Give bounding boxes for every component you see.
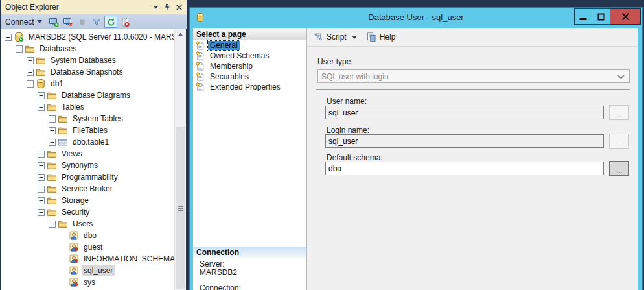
help-button[interactable]: Help: [366, 32, 396, 42]
connect-button[interactable]: Connect: [5, 18, 42, 27]
tree-item[interactable]: Database Diagrams: [1, 90, 186, 101]
collapse-icon[interactable]: [16, 45, 23, 53]
tree-item-label: Security: [60, 207, 91, 217]
user-icon: [69, 230, 79, 241]
tree-item[interactable]: Users: [1, 218, 186, 230]
script-error-button[interactable]: [119, 16, 132, 28]
tree-item[interactable]: Service Broker: [1, 183, 186, 195]
tree-item[interactable]: System Tables: [1, 113, 186, 125]
collapse-icon[interactable]: [27, 80, 34, 88]
section-divider: [316, 89, 630, 90]
default-schema-label: Default schema:: [327, 153, 383, 162]
minimize-button[interactable]: [574, 8, 592, 25]
tree-item[interactable]: guest: [1, 241, 186, 253]
dialog-titlebar[interactable]: Database User - sql_user: [190, 8, 642, 28]
expand-icon[interactable]: [49, 127, 56, 134]
browse-user-name-button[interactable]: ...: [609, 105, 629, 120]
vertical-scrollbar[interactable]: [174, 29, 186, 290]
tree-item[interactable]: dbo: [1, 230, 186, 241]
page-icon: [196, 62, 205, 71]
tree-item[interactable]: Views: [1, 148, 186, 160]
tree-item[interactable]: Security: [1, 206, 186, 218]
expand-icon[interactable]: [38, 92, 45, 99]
script-button[interactable]: Script: [313, 32, 347, 42]
user-name-input[interactable]: [325, 106, 604, 119]
caption-buttons: [574, 8, 641, 25]
collapse-icon[interactable]: [5, 34, 12, 41]
tree-item[interactable]: Databases: [1, 43, 186, 54]
folder-icon: [47, 160, 57, 171]
tree-item[interactable]: Programmability: [1, 171, 186, 183]
page-item-owned-schemas[interactable]: Owned Schemas: [193, 51, 306, 61]
tree-item[interactable]: INFORMATION_SCHEMA: [1, 253, 186, 265]
connect-server-button[interactable]: [47, 16, 60, 28]
user-type-select[interactable]: SQL user with login: [317, 69, 630, 83]
scrollbar-thumb[interactable]: [176, 127, 185, 289]
expand-icon[interactable]: [38, 186, 45, 193]
expand-icon[interactable]: [38, 151, 45, 158]
page-item-securables[interactable]: Securables: [193, 71, 306, 82]
filter-button[interactable]: [90, 16, 103, 28]
refresh-button[interactable]: [104, 16, 117, 28]
app-background: Object Explorer Connect: [0, 0, 644, 290]
page-item-label: Owned Schemas: [208, 51, 271, 60]
pin-icon[interactable]: [162, 2, 172, 12]
browse-default-schema-button[interactable]: ...: [609, 161, 629, 176]
folder-icon: [47, 90, 57, 101]
default-schema-input[interactable]: [325, 162, 604, 175]
tree-item[interactable]: MARSDB2 (SQL Server 11.0.6020 - MARSD: [1, 31, 186, 43]
general-page-content: Script Help: [306, 28, 638, 290]
tree-item[interactable]: sys: [1, 276, 186, 288]
login-name-input[interactable]: [325, 134, 604, 148]
expand-icon[interactable]: [38, 174, 45, 181]
script-icon: [313, 32, 323, 42]
maximize-button[interactable]: [592, 8, 610, 25]
browse-login-name-button[interactable]: ...: [609, 134, 629, 149]
page-list: GeneralOwned SchemasMembershipSecurables…: [193, 40, 306, 92]
page-item-membership[interactable]: Membership: [193, 61, 306, 71]
close-button[interactable]: [610, 8, 641, 25]
expand-icon[interactable]: [38, 162, 45, 169]
tree-item-label: guest: [82, 242, 104, 252]
tree-item[interactable]: Database Snapshots: [1, 66, 186, 78]
object-explorer-panel: Object Explorer Connect: [0, 0, 187, 290]
tree-item[interactable]: Synonyms: [1, 160, 186, 171]
tree-item-label: db1: [49, 79, 65, 89]
panel-title: Object Explorer: [5, 3, 149, 12]
stop-button[interactable]: [76, 16, 89, 28]
tree-item[interactable]: System Databases: [1, 54, 186, 66]
tree-item-label: MARSDB2 (SQL Server 11.0.6020 - MARSD: [27, 32, 184, 42]
tree-item[interactable]: sql_user: [1, 265, 186, 276]
tree-item[interactable]: Tables: [1, 101, 186, 113]
tree-item-label: System Tables: [71, 114, 125, 124]
tree-item[interactable]: Storage: [1, 195, 186, 206]
expand-icon[interactable]: [38, 197, 45, 204]
script-dropdown[interactable]: [352, 36, 357, 39]
tree-item[interactable]: dbo.table1: [1, 136, 186, 148]
scroll-up-arrow-icon[interactable]: [175, 29, 186, 40]
expand-icon[interactable]: [49, 139, 56, 146]
tree-item[interactable]: db1: [1, 78, 186, 90]
collapse-icon[interactable]: [49, 221, 56, 228]
page-item-label: Membership: [208, 62, 255, 71]
minimize-icon: [579, 13, 587, 21]
page-item-extended-properties[interactable]: Extended Properties: [193, 82, 306, 92]
tree-item[interactable]: FileTables: [1, 125, 186, 136]
connection-label: Connection:: [200, 284, 241, 290]
tree-item-label: Databases: [38, 43, 78, 54]
window-position-icon[interactable]: [150, 2, 161, 12]
page-item-general[interactable]: General: [193, 40, 306, 51]
close-icon[interactable]: [174, 2, 184, 12]
chevron-down-icon: [617, 75, 625, 79]
collapse-icon[interactable]: [38, 209, 45, 216]
table-icon: [58, 137, 68, 147]
collapse-icon[interactable]: [38, 104, 45, 111]
disconnect-server-button[interactable]: [62, 16, 75, 28]
script-error-icon: [120, 17, 130, 27]
folder-icon: [47, 172, 57, 182]
help-label: Help: [380, 32, 396, 42]
database-icon: [36, 79, 46, 89]
expand-icon[interactable]: [27, 57, 34, 64]
expand-icon[interactable]: [49, 115, 56, 123]
expand-icon[interactable]: [27, 69, 34, 76]
